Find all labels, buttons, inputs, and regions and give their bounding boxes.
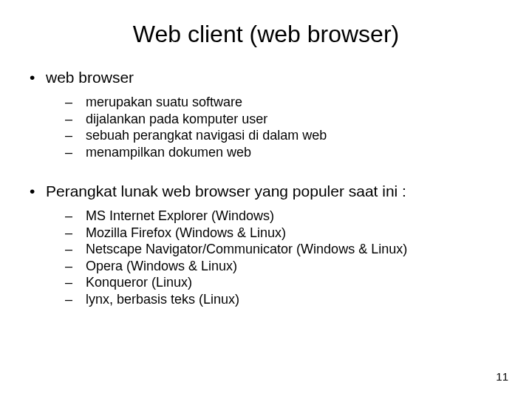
list-item: –lynx, berbasis teks (Linux) [65, 291, 508, 308]
dash-icon: – [65, 274, 86, 291]
bullet-heading: web browser [46, 69, 134, 86]
dash-icon: – [65, 94, 86, 111]
dash-icon: – [65, 111, 86, 128]
list-item: –dijalankan pada komputer user [65, 111, 508, 128]
sub-list: –MS Internet Explorer (Windows) –Mozilla… [65, 208, 508, 307]
bullet-level1: •web browser [30, 69, 508, 86]
list-item-text: sebuah perangkat navigasi di dalam web [86, 127, 327, 144]
bullet-glyph: • [30, 69, 46, 86]
list-item-text: Konqueror (Linux) [86, 274, 192, 291]
list-item-text: MS Internet Explorer (Windows) [86, 208, 274, 225]
list-item-text: dijalankan pada komputer user [86, 111, 267, 128]
list-item-text: Netscape Navigator/Communicator (Windows… [86, 241, 407, 258]
dash-icon: – [65, 241, 86, 258]
dash-icon: – [65, 127, 86, 144]
dash-icon: – [65, 225, 86, 242]
dash-icon: – [65, 208, 86, 225]
bullet-level1: •Perangkat lunak web browser yang popule… [30, 183, 508, 200]
dash-icon: – [65, 144, 86, 161]
list-item: –Netscape Navigator/Communicator (Window… [65, 241, 508, 258]
list-item-text: Opera (Windows & Linux) [86, 258, 237, 275]
sub-list: –merupakan suatu software –dijalankan pa… [65, 94, 508, 160]
dash-icon: – [65, 258, 86, 275]
list-item-text: menampilkan dokumen web [86, 144, 251, 161]
slide-title: Web client (web browser) [24, 21, 508, 48]
list-item: –Konqueror (Linux) [65, 274, 508, 291]
list-item: –Mozilla Firefox (Windows & Linux) [65, 225, 508, 242]
bullet-glyph: • [30, 183, 46, 200]
list-item: –MS Internet Explorer (Windows) [65, 208, 508, 225]
list-item: –menampilkan dokumen web [65, 144, 508, 161]
list-item: –merupakan suatu software [65, 94, 508, 111]
list-item-text: lynx, berbasis teks (Linux) [86, 291, 239, 308]
list-item-text: Mozilla Firefox (Windows & Linux) [86, 225, 286, 242]
page-number: 11 [496, 370, 508, 383]
dash-icon: – [65, 291, 86, 308]
list-item: –Opera (Windows & Linux) [65, 258, 508, 275]
list-item-text: merupakan suatu software [86, 94, 242, 111]
bullet-heading: Perangkat lunak web browser yang populer… [46, 183, 406, 200]
list-item: –sebuah perangkat navigasi di dalam web [65, 127, 508, 144]
